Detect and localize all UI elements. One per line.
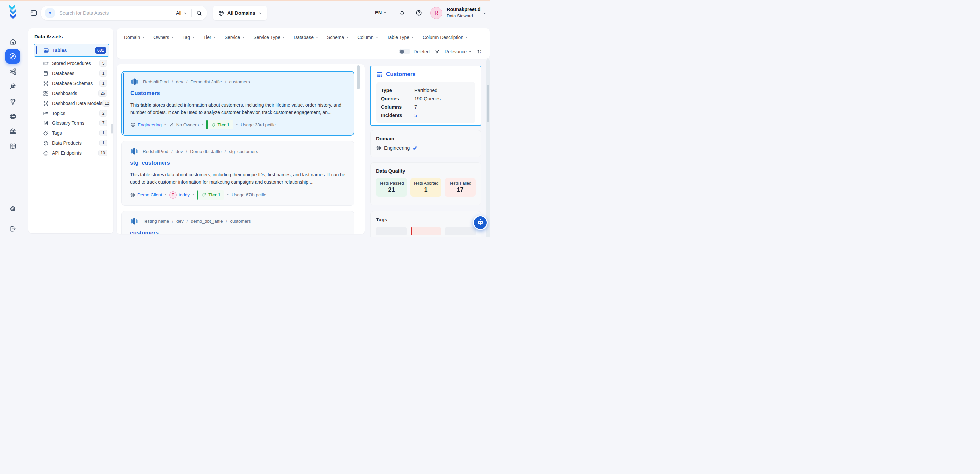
ai-sparkle-icon[interactable]: ✦ (45, 8, 55, 17)
breadcrumb-part[interactable]: dev (176, 149, 183, 154)
nav-rail-home[interactable] (5, 34, 20, 49)
nav-rail-explore[interactable] (5, 49, 20, 64)
tier-badge[interactable]: Tier 1 (207, 120, 233, 129)
result-title-link[interactable]: stg_customers (130, 160, 346, 167)
result-card-customers[interactable]: RedshiftProd/dev/Demo dbt Jaffle/custome… (121, 71, 354, 136)
deleted-toggle[interactable] (399, 49, 410, 54)
hierarchy-link-icon[interactable] (412, 146, 417, 151)
data-product-icon (43, 140, 49, 146)
user-avatar[interactable]: R (430, 7, 442, 19)
stat-tests-aborted[interactable]: Tests Aborted 1 (410, 178, 441, 197)
breadcrumb-part[interactable]: RedshiftProd (143, 79, 169, 84)
nav-rail-observability[interactable] (5, 79, 20, 94)
filter-dropdown-owners[interactable]: Owners (153, 35, 174, 40)
sidebar-item-tags[interactable]: Tags 1 (33, 128, 110, 138)
info-value[interactable]: 5 (414, 113, 417, 118)
app-logo[interactable] (7, 4, 21, 19)
user-menu[interactable]: Rounakpreet.d Data Steward (447, 6, 480, 19)
search-scope-dropdown[interactable]: All (176, 10, 187, 16)
breadcrumb-part[interactable]: RedshiftProd (143, 149, 169, 154)
tag-pill[interactable] (410, 227, 441, 235)
filter-label: Owners (153, 35, 169, 40)
global-search-bar[interactable]: ✦ All (41, 6, 207, 20)
tag-pill[interactable] (376, 227, 407, 235)
filter-dropdown-table-type[interactable]: Table Type (387, 35, 414, 40)
summary-title[interactable]: Customers (376, 71, 475, 78)
breadcrumb-separator: / (186, 149, 188, 154)
filter-dropdown-database[interactable]: Database (294, 35, 319, 40)
breadcrumb-part[interactable]: stg_customers (229, 149, 258, 154)
language-selector[interactable]: EN (375, 10, 387, 15)
domain-selector-dropdown[interactable]: All Domains (213, 6, 267, 20)
filter-funnel-icon[interactable] (434, 49, 440, 54)
sort-direction-icon[interactable]: AZ (477, 49, 482, 54)
result-domain[interactable]: Demo Client (130, 192, 162, 198)
nav-rail-govern[interactable] (5, 124, 20, 138)
separator-dot: • (165, 192, 167, 197)
filter-dropdown-service-type[interactable]: Service Type (253, 35, 285, 40)
owner[interactable]: T teddy (170, 191, 190, 199)
sort-by-dropdown[interactable]: Relevance (445, 49, 472, 54)
result-title-link[interactable]: customers (130, 230, 346, 234)
results-scrollbar[interactable] (357, 65, 360, 89)
stat-value: 21 (377, 186, 406, 193)
domain-name[interactable]: Demo Client (137, 192, 162, 197)
result-card-stg_customers[interactable]: RedshiftProd/dev/Demo dbt Jaffle/stg_cus… (121, 141, 354, 205)
notifications-bell-icon[interactable] (399, 9, 406, 16)
result-domain[interactable]: Engineering (130, 122, 162, 127)
nav-rail-domains[interactable] (5, 109, 20, 124)
sidebar-item-stored-procedures[interactable]: Stored Procedures 5 (33, 58, 110, 68)
search-input[interactable] (59, 10, 176, 16)
nav-rail-logout[interactable] (5, 221, 20, 236)
filter-dropdown-domain[interactable]: Domain (124, 35, 145, 40)
breadcrumb-part[interactable]: customers (230, 219, 251, 224)
sidebar-toggle-icon[interactable] (30, 9, 37, 17)
filter-dropdown-service[interactable]: Service (225, 35, 245, 40)
breadcrumb-part[interactable]: Demo dbt Jaffle (191, 79, 222, 84)
filter-dropdown-tier[interactable]: Tier (204, 35, 216, 40)
domain-value[interactable]: Engineering (384, 145, 410, 151)
globe-icon (218, 10, 224, 16)
stat-tests-passed[interactable]: Tests Passed 21 (376, 178, 407, 197)
breadcrumb-part[interactable]: demo_dbt_jaffle (191, 219, 223, 224)
tag-pill[interactable] (445, 227, 476, 235)
filter-dropdown-schema[interactable]: Schema (327, 35, 349, 40)
breadcrumb-part[interactable]: customers (229, 79, 250, 84)
breadcrumb-separator: / (226, 219, 227, 224)
nav-rail-lineage[interactable] (5, 64, 20, 78)
sidebar-item-data-products[interactable]: Data Products 1 (33, 138, 110, 148)
breadcrumb-part[interactable]: dev (176, 79, 183, 84)
filter-dropdown-column[interactable]: Column (357, 35, 378, 40)
sidebar-item-databases[interactable]: Databases 1 (33, 68, 110, 78)
sidebar-item-database-schemas[interactable]: Database Schemas 1 (33, 78, 110, 88)
breadcrumb-part[interactable]: dev (177, 219, 184, 224)
sidebar-item-tables[interactable]: Tables 631 (33, 44, 109, 57)
sidebar-item-topics[interactable]: Topics 2 (33, 108, 110, 118)
owner-name[interactable]: teddy (179, 192, 190, 197)
user-menu-chevron-icon[interactable] (482, 11, 487, 15)
nav-rail-glossary[interactable] (5, 139, 20, 153)
result-title-link[interactable]: Customers (130, 90, 345, 97)
sidebar-item-dashboard-data-models[interactable]: Dashboard Data Models 12 (33, 98, 110, 108)
filter-dropdown-column-description[interactable]: Column Description (423, 35, 468, 40)
result-card-customers[interactable]: Testing name/dev/demo_dbt_jaffle/custome… (121, 211, 354, 234)
breadcrumb-part[interactable]: Testing name (143, 219, 169, 224)
sidebar-item-dashboards[interactable]: Dashboards 26 (33, 88, 110, 98)
help-icon[interactable] (415, 9, 422, 16)
breadcrumb-part[interactable]: Demo dbt Jaffle (190, 149, 221, 154)
search-icon[interactable] (196, 10, 202, 16)
assets-scrollbar[interactable] (111, 124, 113, 134)
filter-dropdown-tag[interactable]: Tag (183, 35, 195, 40)
domain-name[interactable]: Engineering (137, 122, 162, 127)
tier-badge[interactable]: Tier 1 (197, 190, 224, 200)
ai-assistant-button[interactable] (473, 215, 487, 230)
sidebar-item-api-endpoints[interactable]: API Endpoints 10 (33, 148, 110, 158)
page-scrollbar-thumb[interactable] (487, 85, 489, 122)
info-label: Type (381, 87, 414, 93)
sidebar-item-glossary-terms[interactable]: Glossary Terms 7 (33, 118, 110, 128)
nav-rail-insights[interactable] (5, 94, 20, 108)
asset-type-label: API Endpoints (52, 151, 81, 156)
separator-dot: • (202, 122, 204, 127)
stat-tests-failed[interactable]: Tests Failed 17 (445, 178, 476, 197)
nav-rail-settings[interactable] (5, 201, 20, 216)
